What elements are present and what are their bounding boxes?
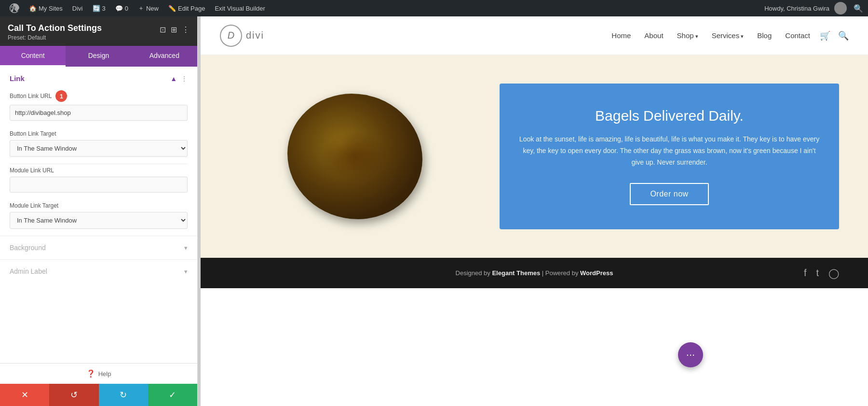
module-link-url-label: Module Link URL [10, 167, 188, 174]
wp-logo-icon [10, 3, 19, 13]
button-link-target-select[interactable]: In The Same Window In A New Tab [10, 140, 188, 157]
main-container: Call To Action Settings Preset: Default … [0, 16, 868, 406]
user-avatar[interactable] [834, 2, 847, 14]
undo-button[interactable]: ↺ [49, 384, 98, 406]
nav-about[interactable]: About [644, 31, 663, 40]
footer-elegant-themes: Elegant Themes [492, 269, 540, 277]
section-actions: ▲ ⋮ [170, 75, 188, 83]
divi-label: Divi [72, 5, 83, 12]
panel-actions: ✕ ↺ ↻ ✓ [0, 384, 197, 406]
badge-1: 1 [55, 90, 67, 102]
site-nav: D divi Home About Shop Services Blog Con… [201, 16, 868, 55]
nav-services[interactable]: Services [712, 31, 744, 40]
tab-advanced[interactable]: Advanced [132, 46, 197, 67]
panel-header-text: Call To Action Settings Preset: Default [8, 23, 102, 41]
my-sites-label: My Sites [39, 5, 63, 12]
panel-title: Call To Action Settings [8, 23, 102, 33]
logo-name: divi [246, 30, 264, 41]
facebook-icon[interactable]: f [804, 267, 807, 279]
hero-cta: Bagels Delivered Daily. Look at the suns… [500, 84, 839, 229]
twitter-icon[interactable]: t [816, 267, 819, 279]
module-link-target-group: Module Link Target In The Same Window In… [0, 199, 197, 236]
instagram-icon[interactable]: ◯ [828, 267, 839, 279]
refresh-item[interactable]: 🔄 3 [88, 0, 110, 16]
columns-icon[interactable]: ⊞ [171, 25, 177, 34]
module-link-url-input[interactable] [10, 177, 188, 193]
search-icon[interactable]: 🔍 [854, 4, 863, 13]
cancel-button[interactable]: ✕ [0, 384, 49, 406]
howdy-text: Howdy, Christina Gwira [764, 5, 829, 12]
admin-bar-right: Howdy, Christina Gwira 🔍 [764, 2, 863, 14]
admin-label-section[interactable]: Admin Label ▾ [0, 259, 197, 283]
cta-button-label: Order now [650, 190, 688, 198]
site-footer: Designed by Elegant Themes | Powered by … [201, 258, 868, 288]
preview-wrapper: D divi Home About Shop Services Blog Con… [201, 16, 868, 406]
exit-visual-builder-item[interactable]: Exit Visual Builder [210, 0, 270, 16]
site-logo: D divi [220, 25, 264, 47]
nav-blog[interactable]: Blog [757, 31, 772, 40]
panel-preset: Preset: Default [8, 34, 102, 41]
wp-logo-item[interactable] [5, 0, 24, 16]
hero-section: Bagels Delivered Daily. Look at the suns… [201, 55, 868, 258]
cta-button[interactable]: Order now [630, 183, 708, 205]
floating-action-button[interactable]: ··· [678, 342, 703, 367]
nav-contact[interactable]: Contact [785, 31, 810, 40]
module-link-target-label: Module Link Target [10, 202, 188, 209]
admin-bar-items: 🏠 My Sites Divi 🔄 3 💬 0 ＋ New ✏️ Edit Pa… [5, 0, 764, 16]
module-link-url-group: Module Link URL [0, 164, 197, 199]
help-icon: ❓ [86, 369, 95, 378]
panel-header-icons: ⊡ ⊞ ⋮ [160, 25, 190, 34]
logo-circle: D [220, 25, 242, 47]
admin-label-section-title: Admin Label [10, 267, 47, 275]
button-link-url-group: Button Link URL 1 [0, 87, 197, 127]
tab-design[interactable]: Design [66, 46, 131, 67]
logo-letter: D [228, 30, 234, 41]
more-icon[interactable]: ⋮ [182, 25, 190, 34]
tab-content[interactable]: Content [0, 46, 66, 67]
new-label: New [146, 5, 159, 12]
link-section-title: Link [10, 74, 25, 83]
undo-icon: ↺ [70, 390, 78, 400]
panel-body: Link ▲ ⋮ Button Link URL 1 B [0, 67, 197, 363]
link-section-header: Link ▲ ⋮ [0, 67, 197, 87]
footer-wordpress: WordPress [580, 269, 613, 277]
module-link-target-select[interactable]: In The Same Window In A New Tab [10, 212, 188, 229]
nav-shop[interactable]: Shop [677, 31, 698, 40]
panel-header: Call To Action Settings Preset: Default … [0, 16, 197, 46]
cancel-icon: ✕ [21, 390, 28, 400]
comments-item[interactable]: 💬 0 [110, 0, 133, 16]
footer-social: f t ◯ [804, 267, 839, 279]
resize-icon[interactable]: ⊡ [160, 25, 166, 34]
link-section-menu[interactable]: ⋮ [181, 75, 188, 83]
my-sites-item[interactable]: 🏠 My Sites [24, 0, 68, 16]
cta-body: Look at the sunset, life is amazing, lif… [519, 134, 820, 168]
link-section-chevron[interactable]: ▲ [170, 75, 177, 83]
cta-title: Bagels Delivered Daily. [595, 108, 744, 124]
save-icon: ✓ [169, 390, 176, 400]
divi-item[interactable]: Divi [68, 0, 88, 16]
footer-text: Designed by Elegant Themes | Powered by … [456, 269, 613, 277]
admin-label-chevron-icon: ▾ [184, 268, 188, 275]
button-link-url-label: Button Link URL 1 [10, 90, 188, 102]
nav-search-icon[interactable]: 🔍 [838, 30, 849, 41]
redo-icon: ↻ [120, 390, 127, 400]
exit-visual-builder-label: Exit Visual Builder [215, 5, 265, 12]
hero-image-area [230, 94, 480, 219]
redo-button[interactable]: ↻ [99, 384, 148, 406]
button-link-target-label: Button Link Target [10, 130, 188, 137]
background-chevron-icon: ▾ [184, 244, 188, 252]
new-item[interactable]: ＋ New [133, 0, 163, 16]
preview-area: D divi Home About Shop Services Blog Con… [201, 16, 868, 288]
nav-home[interactable]: Home [611, 31, 631, 40]
panel-footer: ❓ Help [0, 363, 197, 384]
left-panel: Call To Action Settings Preset: Default … [0, 16, 198, 406]
site-menu-icons: 🛒 🔍 [820, 30, 849, 41]
background-section[interactable]: Background ▾ [0, 236, 197, 259]
edit-page-label: Edit Page [178, 5, 205, 12]
button-link-target-group: Button Link Target In The Same Window In… [0, 127, 197, 164]
cart-icon[interactable]: 🛒 [820, 30, 830, 41]
background-section-title: Background [10, 244, 46, 252]
button-link-url-input[interactable] [10, 105, 188, 121]
save-button[interactable]: ✓ [148, 384, 197, 406]
edit-page-item[interactable]: ✏️ Edit Page [163, 0, 210, 16]
